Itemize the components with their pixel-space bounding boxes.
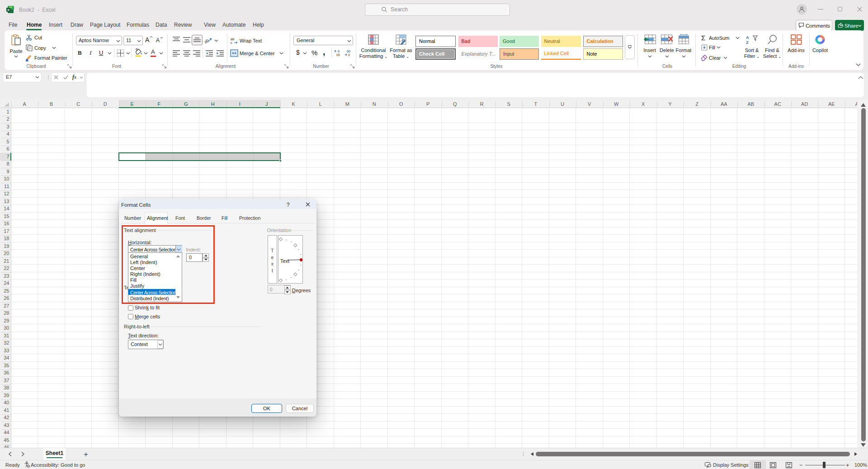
svg-text:A: A [746,35,749,40]
svg-text:Text: Text [280,258,289,264]
svg-text:x: x [7,8,9,12]
svg-text:00: 00 [336,53,340,57]
svg-text:Z: Z [746,40,749,44]
svg-text:00: 00 [347,50,350,53]
svg-text:0: 0 [338,50,340,53]
svg-text:c: c [231,41,232,44]
svg-text:0: 0 [348,53,350,57]
